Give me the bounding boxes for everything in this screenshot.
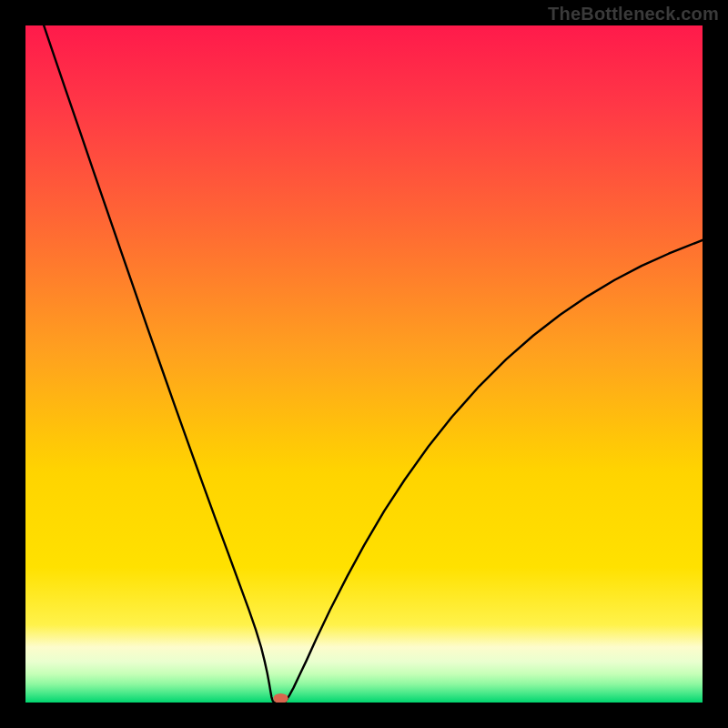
- chart-frame: TheBottleneck.com: [0, 0, 728, 728]
- plot-background: [25, 25, 703, 703]
- chart-svg: [0, 0, 728, 728]
- watermark-text: TheBottleneck.com: [548, 4, 719, 25]
- marker-point: [273, 693, 288, 703]
